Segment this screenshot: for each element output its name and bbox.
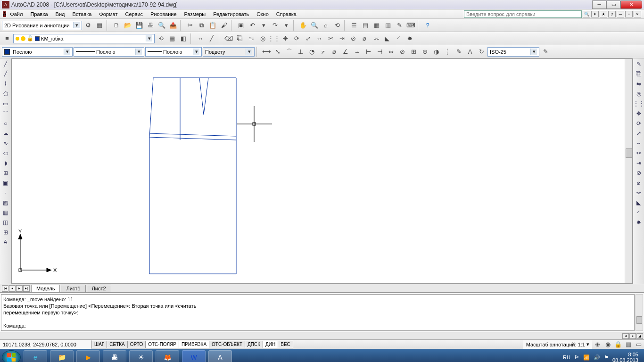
taskbar-app1-icon[interactable]: ☀ (129, 350, 153, 362)
tab-first-icon[interactable]: |◂ (2, 285, 8, 292)
command-scrollbar[interactable] (636, 294, 643, 331)
extend2-icon[interactable]: ⇥ (634, 158, 644, 168)
menu-edit[interactable]: Правка (26, 10, 51, 18)
osnap-toggle[interactable]: ПРИВЯЗКА (179, 341, 209, 348)
tab-prev-icon[interactable]: ◂ (9, 285, 16, 292)
redo-icon[interactable]: ↷ (270, 20, 280, 31)
hscroll-grip-icon[interactable]: ◢ (636, 333, 643, 339)
drawing-canvas[interactable]: X Y (11, 58, 633, 284)
mtext-icon[interactable]: A (1, 238, 10, 247)
maximize-button[interactable]: ▭ (606, 0, 620, 9)
ellipse-icon[interactable]: ⬭ (1, 148, 10, 158)
break-icon[interactable]: ⌀ (359, 33, 370, 44)
taskbar-autocad-icon[interactable]: A (208, 350, 232, 362)
plotstyle-dropdown[interactable]: Поцвету ▾ (203, 47, 255, 57)
plot-preview-icon[interactable]: 🔍 (157, 20, 167, 31)
status-tray-lock-icon[interactable]: 🔒 (613, 339, 623, 350)
dim-edit-icon[interactable]: ✎ (454, 47, 464, 57)
cut-icon[interactable]: ✂ (185, 20, 195, 31)
help-icon[interactable]: ? (608, 11, 616, 17)
stretch-icon[interactable]: ↔ (314, 33, 324, 44)
rectangle-icon[interactable]: ▭ (1, 99, 10, 108)
explode2-icon[interactable]: ✸ (634, 218, 644, 227)
polar-toggle[interactable]: ОТС-ПОЛЯР (145, 341, 179, 348)
chamfer2-icon[interactable]: ◣ (634, 198, 644, 207)
dim-ordinate-icon[interactable]: ⊥ (295, 47, 305, 57)
layer-iso-icon[interactable]: ◧ (178, 33, 189, 44)
copy-icon[interactable]: ⧉ (196, 20, 206, 31)
status-tray-icon[interactable]: ▥ (623, 339, 634, 350)
tray-clock[interactable]: 8:05 08.08.2013 (612, 352, 638, 362)
dim-text-edit-icon[interactable]: A (465, 47, 475, 57)
polygon-icon[interactable]: ⬠ (1, 89, 10, 99)
extend-icon[interactable]: ⇥ (337, 33, 347, 44)
join2-icon[interactable]: ⫘ (634, 188, 644, 197)
taskbar-explorer-icon[interactable]: 📁 (50, 350, 74, 362)
polyline-icon[interactable]: ⌇ (1, 79, 10, 89)
trim-icon[interactable]: ✂ (325, 33, 336, 44)
rotate-icon[interactable]: ⟳ (291, 33, 302, 44)
undo-icon[interactable]: ↶ (247, 20, 257, 31)
quick-dim-icon[interactable]: ⫠ (352, 47, 362, 57)
array2-icon[interactable]: ⋮⋮ (634, 99, 644, 108)
dimstyle-dropdown[interactable]: ISO-25 ▾ (487, 47, 539, 57)
move2-icon[interactable]: ✥ (634, 109, 644, 118)
ortho-toggle[interactable]: ОРТО (127, 341, 146, 348)
arc-icon[interactable]: ⌒ (1, 109, 10, 118)
markup-icon[interactable]: ✎ (394, 20, 405, 31)
close-button[interactable]: ✕ (620, 0, 642, 9)
copy-obj-icon[interactable]: ⿻ (235, 33, 245, 44)
tab-next-icon[interactable]: ▸ (16, 285, 23, 292)
revcloud-icon[interactable]: ☁ (1, 129, 10, 138)
dim-radius-icon[interactable]: ◔ (306, 47, 317, 57)
zoom-realtime-icon[interactable]: 🔍 (309, 20, 320, 31)
new-icon[interactable]: 🗋 (111, 20, 122, 31)
workspace-dropdown[interactable]: 2D Рисование и аннотации ▾ (2, 21, 82, 30)
dim-break-icon[interactable]: ⊘ (397, 47, 407, 57)
command-history[interactable]: Команда: _move найдено: 11 Базовая точка… (1, 294, 635, 331)
break2-icon[interactable]: ⌀ (634, 178, 644, 188)
grid-toggle[interactable]: СЕТКА (107, 341, 128, 348)
break-point-icon[interactable]: ⊘ (348, 33, 358, 44)
tray-action-icon[interactable]: ⚑ (604, 354, 609, 361)
menu-help[interactable]: Справка (272, 10, 300, 18)
trim2-icon[interactable]: ✂ (634, 148, 644, 158)
dim-baseline-icon[interactable]: ⊢ (363, 47, 373, 57)
dim-space-icon[interactable]: ⇔ (386, 47, 396, 57)
mirror2-icon[interactable]: ⇋ (634, 79, 644, 89)
layer-previous-icon[interactable]: ⟲ (156, 33, 166, 44)
circle-icon[interactable]: ○ (1, 119, 10, 128)
fillet2-icon[interactable]: ◜ (634, 208, 644, 217)
offset-icon[interactable]: ◎ (257, 33, 268, 44)
workspace-settings-icon[interactable]: ⚙ (83, 20, 93, 31)
dim-arc-icon[interactable]: ⌒ (284, 47, 294, 57)
hscroll-right-icon[interactable]: ▸ (629, 333, 636, 339)
publish-icon[interactable]: 📤 (168, 20, 178, 31)
favorites-icon[interactable]: ★ (600, 11, 607, 17)
chamfer-icon[interactable]: ◣ (382, 33, 392, 44)
start-button[interactable] (2, 350, 21, 362)
scale-icon[interactable]: ⤢ (303, 33, 313, 44)
help-search-input[interactable] (464, 10, 582, 18)
point-icon[interactable]: · (1, 188, 10, 197)
menu-service[interactable]: Сервис (121, 10, 147, 18)
jogged-linear-icon[interactable]: ⦚ (442, 47, 453, 57)
taskbar-firefox-icon[interactable]: 🦊 (156, 350, 179, 362)
move-icon[interactable]: ✥ (280, 33, 290, 44)
dim-diameter-icon[interactable]: ⌀ (329, 47, 339, 57)
break-at-point-icon[interactable]: ⊘ (634, 168, 644, 178)
mirror-icon[interactable]: ⇋ (246, 33, 256, 44)
copy2-icon[interactable]: ⿻ (634, 69, 644, 79)
quickcalc-icon[interactable]: ⌨ (405, 20, 416, 31)
layer-states-icon[interactable]: ▤ (167, 33, 177, 44)
my-workspace-icon[interactable]: ▦ (94, 20, 105, 31)
menu-view[interactable]: Вид (52, 10, 69, 18)
match-props-icon[interactable]: 🖌 (219, 20, 229, 31)
coords-display[interactable]: 10171.0238, 2429.0762, 0.0000 (0, 340, 92, 349)
lineweight-dropdown[interactable]: Послою ▾ (145, 47, 202, 57)
erase2-icon[interactable]: ✎ (634, 59, 644, 69)
taskbar-wmp-icon[interactable]: ▶ (76, 350, 100, 362)
snap-toggle[interactable]: ШАГ (91, 341, 107, 348)
rotate2-icon[interactable]: ⟳ (634, 119, 644, 128)
block-editor-icon[interactable]: ▣ (236, 20, 246, 31)
